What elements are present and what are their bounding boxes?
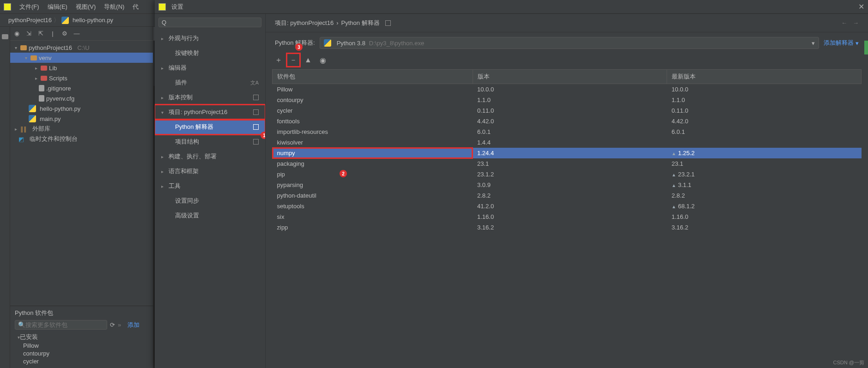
breadcrumb-file[interactable]: hello-python.py [73, 17, 113, 24]
pkg-latest: ▲1.25.2 [667, 148, 862, 158]
interpreter-name: Python 3.8 [337, 40, 365, 47]
cat-sync[interactable]: 设置同步 [155, 193, 265, 208]
cat-build[interactable]: ▸构建、执行、部署 [155, 149, 265, 164]
pkg-item[interactable]: contourpy [15, 350, 148, 357]
pkg-item[interactable]: cycler [15, 357, 148, 365]
pkg-name: zipp [273, 222, 473, 233]
col-latest[interactable]: 最新版本 [667, 70, 862, 84]
pkg-name: pyparsing [273, 180, 473, 190]
table-row[interactable]: pip23.1.2▲23.2.1 [273, 169, 862, 180]
pkg-item[interactable]: Pillow [15, 342, 148, 350]
pkg-latest: 0.11.0 [667, 105, 862, 116]
table-row[interactable]: zipp3.16.23.16.2 [273, 222, 862, 233]
table-row[interactable]: packaging23.123.1 [273, 158, 862, 169]
cat-appearance[interactable]: ▸外观与行为 [155, 31, 265, 46]
add-interpreter-link[interactable]: 添加解释器 ▾ [824, 39, 859, 47]
upgrade-package-button[interactable]: ▲ [302, 54, 315, 66]
col-version[interactable]: 版本 [473, 70, 667, 84]
table-row[interactable]: numpy1.24.4▲1.25.2 [273, 148, 862, 158]
tree-venv[interactable]: venv [39, 54, 51, 61]
reload-icon[interactable]: ⟳ [110, 321, 115, 328]
close-icon[interactable]: ✕ [858, 2, 864, 11]
scope-icon [253, 109, 259, 115]
pkg-latest [667, 137, 862, 148]
tree-pyvenv[interactable]: pyvenv.cfg [46, 95, 74, 102]
cat-keymap[interactable]: 按键映射 [155, 46, 265, 60]
pkg-add-link[interactable]: 添加 [127, 321, 140, 329]
breadcrumb-sep-icon: 〉 [54, 16, 60, 24]
collapse-all-icon[interactable]: ⇱ [37, 30, 44, 37]
crumb-sep-icon: › [336, 19, 338, 26]
select-open-file-icon[interactable]: ◉ [13, 30, 20, 37]
menu-file[interactable]: 文件(F) [19, 3, 39, 11]
folder-icon[interactable] [2, 34, 8, 39]
table-row[interactable]: python-dateutil2.8.22.8.2 [273, 190, 862, 201]
table-row[interactable]: fonttools4.42.04.42.0 [273, 116, 862, 127]
table-row[interactable]: importlib-resources6.0.16.0.1 [273, 127, 862, 137]
menu-code[interactable]: 代 [133, 3, 139, 11]
pkg-name: contourpy [273, 95, 473, 105]
pkg-latest: ▲23.2.1 [667, 169, 862, 180]
tree-hello[interactable]: hello-python.py [40, 105, 80, 112]
pkg-search-input[interactable] [25, 321, 104, 328]
table-row[interactable]: pyparsing3.0.9▲3.1.1 [273, 180, 862, 190]
col-package[interactable]: 软件包 [273, 70, 473, 84]
tree-main[interactable]: main.py [40, 115, 61, 122]
cat-tools[interactable]: ▸工具 [155, 179, 265, 193]
menu-view[interactable]: 视图(V) [76, 3, 96, 11]
project-toolbar: ◉ ⇲ ⇱ | ⚙ — [10, 27, 153, 41]
tree-external[interactable]: 外部库 [32, 125, 50, 133]
table-row[interactable]: kiwisolver1.4.4 [273, 137, 862, 148]
tree-scratch[interactable]: 临时文件和控制台 [30, 135, 78, 143]
cat-project[interactable]: ▾项目: pythonProject16 [155, 105, 265, 120]
tree-root[interactable]: pythonProject16 [29, 44, 72, 51]
python-file-icon [29, 105, 36, 112]
crumb-interpreter: Python 解释器 [341, 19, 380, 27]
tree-lib[interactable]: Lib [49, 65, 57, 72]
hide-icon[interactable]: — [73, 30, 80, 37]
tree-gitignore[interactable]: .gitignore [46, 85, 71, 92]
add-package-button[interactable]: ＋ [272, 54, 285, 66]
table-row[interactable]: cycler0.11.00.11.0 [273, 105, 862, 116]
pkg-version: 3.0.9 [473, 180, 667, 190]
cat-editor[interactable]: ▸编辑器 [155, 60, 265, 75]
crumb-project[interactable]: 项目: pythonProject16 [275, 19, 334, 27]
pkg-latest: 2.8.2 [667, 190, 862, 201]
cat-lang[interactable]: ▸语言和框架 [155, 164, 265, 179]
installed-label[interactable]: 已安装 [20, 333, 38, 340]
menu-edit[interactable]: 编辑(E) [48, 3, 67, 11]
pkg-search-box[interactable]: 🔍 [15, 320, 107, 330]
menu-nav[interactable]: 导航(N) [104, 3, 124, 11]
cat-adv[interactable]: 高级设置 [155, 208, 265, 223]
library-icon: ‖‖ [20, 126, 27, 133]
remove-package-button[interactable]: － 3 [287, 54, 300, 66]
cat-plugins[interactable]: 插件文A [155, 75, 265, 90]
pkg-name: python-dateutil [273, 190, 473, 201]
settings-search[interactable]: Q [158, 18, 261, 27]
inspection-ok-icon[interactable] [864, 41, 868, 54]
scope-icon [253, 139, 259, 145]
nav-back-icon[interactable]: ← [841, 19, 847, 26]
settings-gear-icon[interactable]: ⚙ [61, 30, 68, 37]
table-row[interactable]: Pillow10.0.010.0.0 [273, 84, 862, 95]
settings-dialog: 设置 ✕ Q ▸外观与行为 按键映射 ▸编辑器 插件文A ▸版本控制 ▾项目: … [155, 0, 868, 368]
breadcrumb-project[interactable]: pythonProject16 [8, 17, 52, 24]
cat-structure[interactable]: 项目结构 1 [155, 134, 265, 149]
show-early-releases-button[interactable]: ◉ [316, 54, 329, 66]
interpreter-combo[interactable]: Python 3.8 D:\py3_8\python.exe ▾ [320, 37, 819, 49]
table-row[interactable]: contourpy1.1.01.1.0 [273, 95, 862, 105]
project-tree[interactable]: ▾pythonProject16 C:\U ▾venv ▸Lib ▸Script… [10, 41, 153, 306]
cat-vcs[interactable]: ▸版本控制 [155, 90, 265, 105]
table-row[interactable]: setuptools41.2.0▲68.1.2 [273, 201, 862, 211]
expand-all-icon[interactable]: ⇲ [25, 30, 32, 37]
app-logo-icon [158, 3, 166, 11]
cat-interpreter[interactable]: Python 解释器 [155, 120, 265, 134]
tree-scripts[interactable]: Scripts [49, 75, 67, 82]
nav-fwd-icon[interactable]: → [853, 19, 859, 26]
packages-table[interactable]: 软件包 版本 最新版本 Pillow10.0.010.0.0contourpy1… [272, 69, 862, 233]
settings-search-input[interactable] [166, 19, 258, 26]
file-icon [39, 85, 44, 91]
pkg-latest: ▲68.1.2 [667, 201, 862, 211]
python-file-icon [29, 115, 36, 122]
table-row[interactable]: six1.16.01.16.0 [273, 211, 862, 222]
